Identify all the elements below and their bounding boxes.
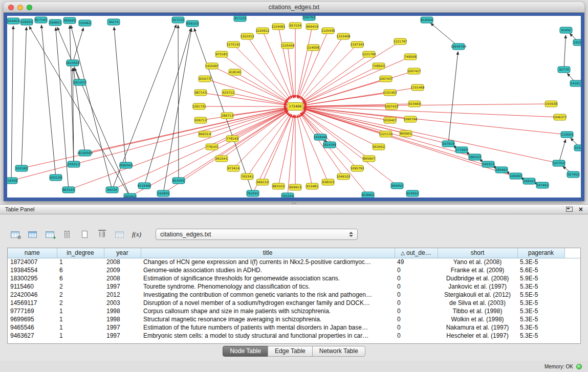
column-header-out-degree[interactable]: △out_de… xyxy=(395,248,438,258)
minimize-button[interactable] xyxy=(17,5,23,10)
graph-node[interactable]: 1420497 xyxy=(205,63,219,69)
graph-node[interactable]: 836103 xyxy=(186,20,199,27)
graph-node[interactable]: 817145 xyxy=(35,17,47,23)
graph-node[interactable]: 224058 xyxy=(307,45,319,51)
table-row[interactable]: 1872400712008Changes of HCN gene express… xyxy=(8,258,580,266)
graph-node[interactable]: 1151463 xyxy=(383,90,397,96)
graph-node[interactable]: 1095794 xyxy=(404,116,418,122)
table-row[interactable]: 1830029562008Estimation of significance … xyxy=(8,274,580,282)
graph-node[interactable]: 264003 xyxy=(7,18,19,24)
graph-node[interactable]: 765341 xyxy=(241,173,253,180)
graph-node[interactable]: 748503 xyxy=(373,63,385,69)
graph-node[interactable]: 106493 xyxy=(510,173,522,179)
graph-node[interactable]: 94274 xyxy=(107,19,120,25)
tab-network-table[interactable]: Network Table xyxy=(312,346,365,357)
graph-node[interactable]: 260452 xyxy=(124,193,136,198)
graph-node[interactable]: 1220612 xyxy=(256,28,270,34)
network-graph[interactable]: 1724061007433115146310074377485031221790… xyxy=(7,16,581,198)
graph-node[interactable]: 1261731 xyxy=(192,103,206,110)
graph-node[interactable]: 778143 xyxy=(206,144,218,150)
graph-node[interactable]: 91950 xyxy=(560,27,572,33)
graph-node[interactable]: 1224061 xyxy=(272,24,286,30)
graph-node[interactable]: 1197343 xyxy=(351,41,364,48)
graph-node[interactable]: 957234 xyxy=(289,23,301,29)
graph-node[interactable]: 286713 xyxy=(221,113,233,119)
graph-node[interactable]: 975181 xyxy=(215,51,228,57)
table-row[interactable]: 2242004622012Investigating the contribut… xyxy=(8,291,580,299)
graph-node[interactable]: 1007437 xyxy=(379,76,393,82)
graph-node[interactable]: 765344 xyxy=(281,193,294,198)
graph-node[interactable]: 197452 xyxy=(536,182,549,188)
graph-node[interactable]: 505139 xyxy=(50,174,62,181)
graph-node[interactable]: 918358 xyxy=(7,178,17,184)
column-header-title[interactable]: title xyxy=(141,248,395,258)
close-button[interactable] xyxy=(8,5,14,10)
table-row[interactable]: 1456911722003Disruption of a novel membe… xyxy=(8,299,580,307)
graph-node[interactable]: 1016427 xyxy=(383,117,397,123)
table-row[interactable]: 946362711997Embryonic stem cells: a mode… xyxy=(8,332,580,340)
graph-node[interactable]: 369205 xyxy=(63,17,76,24)
graph-node[interactable]: 9119460 xyxy=(138,183,151,189)
graph-node[interactable]: 909452 xyxy=(391,183,403,189)
graph-node[interactable]: 748508 xyxy=(404,54,417,60)
table-row[interactable]: 1938455462009Genome-wide association stu… xyxy=(8,266,580,274)
table-selector-dropdown[interactable]: citations_edges.txt xyxy=(156,229,358,240)
graph-node[interactable]: 425712 xyxy=(222,90,234,96)
graph-node[interactable]: 106503 xyxy=(20,19,33,25)
graph-node[interactable]: 26160504 xyxy=(77,150,93,156)
graph-node[interactable]: 192845 xyxy=(157,190,169,196)
column-header-name[interactable]: name xyxy=(8,248,57,258)
graph-node[interactable]: 1125430 xyxy=(321,28,335,34)
graph-node[interactable]: 996110 xyxy=(256,179,269,185)
graph-node[interactable]: 103451 xyxy=(574,145,581,151)
table-mode-button[interactable]: ⚙ xyxy=(8,228,21,241)
graph-node[interactable]: 895901 xyxy=(400,130,412,137)
graph-node[interactable]: 778149 xyxy=(226,136,238,142)
function-builder-button[interactable]: f(x) xyxy=(130,228,143,241)
graph-node[interactable]: 269601 xyxy=(49,19,61,26)
graph-node[interactable]: 909913 xyxy=(289,184,301,190)
graph-node[interactable]: 814345 xyxy=(172,178,185,184)
graph-node[interactable]: 1814345 xyxy=(323,142,337,148)
column-header-in-degree[interactable]: in_degree xyxy=(57,248,104,258)
graph-node[interactable]: 150462 xyxy=(79,20,91,26)
graph-node[interactable]: 167919 xyxy=(442,141,454,147)
graph-node[interactable]: 102160 xyxy=(15,165,28,171)
graph-node[interactable]: 952541 xyxy=(215,156,228,162)
graph-node[interactable]: 556793 xyxy=(303,16,315,20)
graph-node[interactable]: 1046103 xyxy=(337,173,351,180)
graph-node[interactable]: 924502 xyxy=(406,190,419,196)
graph-node[interactable]: 2610503 xyxy=(66,60,80,66)
graph-node[interactable]: 883103 xyxy=(272,183,285,189)
tab-node-table[interactable]: Node Table xyxy=(223,346,268,357)
graph-node[interactable]: 150345 xyxy=(573,39,581,46)
new-table-button[interactable] xyxy=(78,228,91,241)
graph-node[interactable]: 92774 xyxy=(558,67,570,73)
graph-node[interactable]: 19545794 xyxy=(451,43,467,50)
table-row[interactable]: 946554611997Estimation of the future num… xyxy=(8,323,580,332)
graph-node[interactable]: 1007427 xyxy=(407,68,421,74)
graph-node[interactable]: 2060503 xyxy=(119,162,133,168)
table-row[interactable]: 911546021997Tourette syndrome. Phenomeno… xyxy=(8,282,580,291)
graph-node[interactable]: 110554 xyxy=(561,132,573,138)
graph-node[interactable]: 1095793 xyxy=(351,165,364,171)
graph-node[interactable]: 205013 xyxy=(68,161,80,167)
graph-node[interactable]: 190313 xyxy=(482,161,494,167)
graph-node[interactable]: 1275141 xyxy=(227,41,241,48)
delete-table-button[interactable] xyxy=(95,228,108,241)
graph-node[interactable]: 918462 xyxy=(362,192,374,198)
graph-node[interactable]: 1007433 xyxy=(385,103,399,110)
column-header-year[interactable]: year xyxy=(104,248,141,258)
graph-node[interactable]: 973414 xyxy=(227,165,239,171)
graph-node[interactable]: 936713 xyxy=(194,117,207,123)
tab-edge-table[interactable]: Edge Table xyxy=(268,346,313,357)
table-row[interactable]: 977716911998Corpus callosum shape and si… xyxy=(8,307,580,315)
column-header-pagerank[interactable]: pagerank xyxy=(517,248,564,258)
window-titlebar[interactable]: citations_edges.txt xyxy=(4,2,584,13)
graph-node[interactable]: 1918445 xyxy=(314,134,328,140)
graph-node[interactable]: 261203 xyxy=(74,79,86,85)
graph-node[interactable]: 915481 xyxy=(306,183,318,189)
graph-node[interactable]: 107703 xyxy=(553,160,565,166)
graph-node[interactable]: 168103 xyxy=(523,178,535,184)
graph-node[interactable]: 1153408 xyxy=(337,33,351,39)
